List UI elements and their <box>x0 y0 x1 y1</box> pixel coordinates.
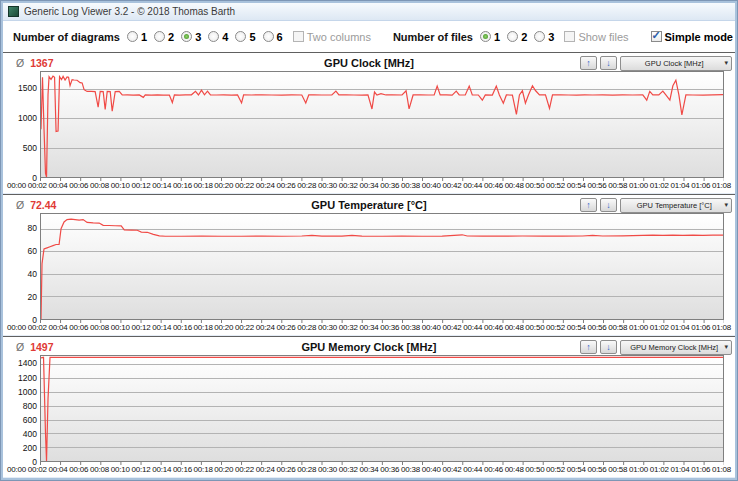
plot-area[interactable] <box>40 213 724 320</box>
average-readout: Ø1497 <box>16 341 54 353</box>
y-axis-label: 1000 <box>18 113 37 123</box>
x-axis-label: 00:48 <box>505 323 524 334</box>
x-axis-label: 00:22 <box>235 181 254 192</box>
x-axis-label: 01:06 <box>691 465 710 476</box>
x-axis-label: 00:24 <box>256 323 275 334</box>
x-axis-label: 00:50 <box>525 465 544 476</box>
plot-row: 0200400600800100012001400 <box>6 355 732 462</box>
x-axis-label: 00:52 <box>546 323 565 334</box>
chart-move-down-button[interactable]: ↓ <box>600 198 617 212</box>
down-arrow-icon: ↓ <box>606 200 611 210</box>
chart-move-up-button[interactable]: ↑ <box>580 56 597 70</box>
radio-icon <box>235 31 246 42</box>
chart-panel-gpu-memory-clock: Ø1497 GPU Memory Clock [MHz] ↑ ↓ GPU Mem… <box>3 336 735 477</box>
radio-label: 2 <box>168 31 174 43</box>
two-columns-checkbox[interactable]: Two columns <box>293 31 371 43</box>
x-axis-label: 00:44 <box>463 181 482 192</box>
x-axis-label: 00:06 <box>69 323 88 334</box>
files-radio-3[interactable]: 3 <box>534 31 554 43</box>
diagrams-radio-3[interactable]: 3 <box>181 31 201 43</box>
radio-icon <box>181 31 192 42</box>
plot-area[interactable] <box>40 355 724 462</box>
x-axis-label: 00:14 <box>152 465 171 476</box>
measurement-select[interactable]: GPU Clock [MHz]▾ <box>620 56 732 71</box>
x-axis-label: 00:36 <box>380 465 399 476</box>
x-axis-label: 01:02 <box>650 181 669 192</box>
panel-header: Ø1497 GPU Memory Clock [MHz] ↑ ↓ GPU Mem… <box>6 339 732 355</box>
x-axis-label: 00:00 <box>7 181 26 192</box>
x-axis-label: 00:28 <box>297 181 316 192</box>
plot-row: 050010001500 <box>6 71 732 178</box>
chevron-down-icon: ▾ <box>724 201 728 209</box>
radio-icon <box>208 31 219 42</box>
titlebar[interactable]: Generic Log Viewer 3.2 - © 2018 Thomas B… <box>3 3 735 21</box>
radio-label: 6 <box>277 31 283 43</box>
radio-icon <box>480 31 491 42</box>
chart-move-down-button[interactable]: ↓ <box>600 56 617 70</box>
diagrams-radio-5[interactable]: 5 <box>235 31 255 43</box>
x-axis-label: 00:56 <box>588 181 607 192</box>
x-axis-label: 00:28 <box>297 323 316 334</box>
panel-controls: ↑ ↓ GPU Clock [MHz]▾ <box>580 56 732 71</box>
x-axis-label: 00:30 <box>318 323 337 334</box>
x-axis-label: 00:48 <box>505 181 524 192</box>
x-axis-label: 00:04 <box>48 323 67 334</box>
measurement-select-value: GPU Temperature [°C] <box>624 201 724 210</box>
x-axis-label: 00:08 <box>90 181 109 192</box>
chart-move-up-button[interactable]: ↑ <box>580 198 597 212</box>
x-axis: 00:0000:0200:0400:0600:0800:1000:1200:14… <box>6 323 732 334</box>
chart-move-down-button[interactable]: ↓ <box>600 340 617 354</box>
plot-area[interactable] <box>40 71 724 178</box>
x-axis-label: 00:34 <box>359 323 378 334</box>
x-axis-label: 00:18 <box>194 465 213 476</box>
x-axis-label: 00:42 <box>442 465 461 476</box>
x-axis: 00:0000:0200:0400:0600:0800:1000:1200:14… <box>6 465 732 476</box>
radio-icon <box>263 31 274 42</box>
number-of-diagrams-label: Number of diagrams <box>13 31 120 43</box>
y-axis-label: 40 <box>28 269 37 279</box>
measurement-select[interactable]: GPU Memory Clock [MHz]▾ <box>620 340 732 355</box>
y-axis-label: 1400 <box>18 358 37 368</box>
x-axis-label: 00:26 <box>277 323 296 334</box>
x-axis-label: 00:50 <box>525 181 544 192</box>
x-axis-label: 00:16 <box>173 181 192 192</box>
x-axis-label: 00:40 <box>422 323 441 334</box>
chart-move-up-button[interactable]: ↑ <box>580 340 597 354</box>
checkbox-icon <box>651 31 662 42</box>
checkbox-icon <box>293 31 304 42</box>
x-axis-label: 00:54 <box>567 181 586 192</box>
x-axis-label: 00:38 <box>401 323 420 334</box>
y-axis-label: 200 <box>23 443 37 453</box>
files-radio-1[interactable]: 1 <box>480 31 500 43</box>
x-axis-label: 00:40 <box>422 465 441 476</box>
diagrams-radio-4[interactable]: 4 <box>208 31 228 43</box>
diagrams-radio-6[interactable]: 6 <box>263 31 283 43</box>
simple-mode-checkbox[interactable]: Simple mode <box>651 31 733 43</box>
x-axis-label: 00:10 <box>111 323 130 334</box>
measurement-select[interactable]: GPU Temperature [°C]▾ <box>620 198 732 213</box>
y-axis-label: 1200 <box>18 373 37 383</box>
chart-panel-gpu-temperature: Ø72.44 GPU Temperature [°C] ↑ ↓ GPU Temp… <box>3 194 735 335</box>
x-axis-label: 00:34 <box>359 465 378 476</box>
x-axis-label: 00:16 <box>173 323 192 334</box>
down-arrow-icon: ↓ <box>606 58 611 68</box>
files-radio-2[interactable]: 2 <box>507 31 527 43</box>
show-files-checkbox[interactable]: Show files <box>564 31 628 43</box>
x-axis-label: 00:30 <box>318 181 337 192</box>
x-axis-label: 00:38 <box>401 465 420 476</box>
diagrams-radio-1[interactable]: 1 <box>127 31 147 43</box>
number-of-files-label: Number of files <box>393 31 473 43</box>
diagrams-radio-2[interactable]: 2 <box>154 31 174 43</box>
x-axis-label: 00:06 <box>69 465 88 476</box>
app-icon <box>8 6 19 17</box>
x-axis-label: 00:46 <box>484 465 503 476</box>
radio-icon <box>127 31 138 42</box>
radio-label: 4 <box>222 31 228 43</box>
checkbox-label: Simple mode <box>665 31 733 43</box>
toolbar: Number of diagrams 1 2 3 4 5 6 Two colum… <box>3 21 735 52</box>
checkbox-label: Show files <box>578 31 628 43</box>
x-axis-label: 00:46 <box>484 181 503 192</box>
x-axis-label: 01:08 <box>712 465 731 476</box>
average-symbol: Ø <box>16 57 24 69</box>
measurement-select-value: GPU Memory Clock [MHz] <box>624 343 724 352</box>
